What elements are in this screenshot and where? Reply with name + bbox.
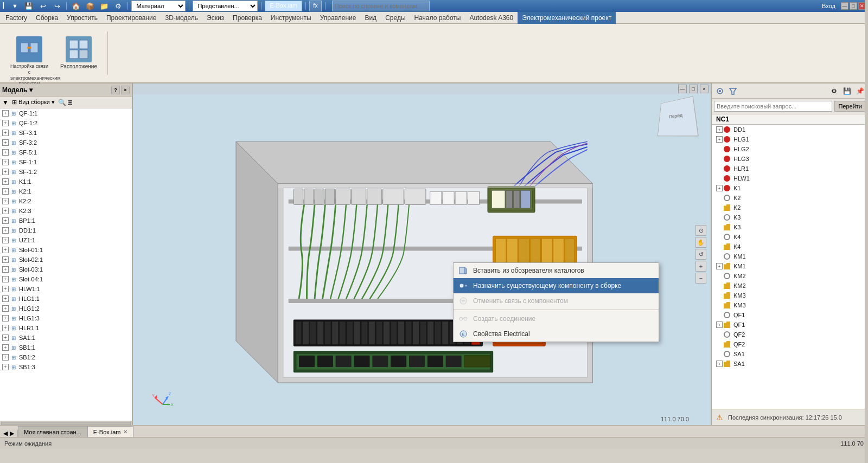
menu-design[interactable]: Проектирование [102,12,161,24]
tree-item-bp1-1[interactable]: + ⊞ BP1:1 [0,216,132,226]
panel-title[interactable]: Модель ▾ [2,86,33,94]
tree-item-sf3-2[interactable]: + ⊞ SF-3:2 [0,138,132,147]
fx-button[interactable]: fx [309,1,322,11]
tree-item-hlg1-1[interactable]: + ⊞ HLG1:1 [0,294,132,304]
rt-item-km1-folder[interactable]: + KM1 [712,261,868,271]
rpt-filter[interactable] [714,85,726,97]
rt-item-k3-folder[interactable]: K3 [712,222,868,232]
viewport[interactable]: — □ × [133,83,711,425]
expand-sb1-1[interactable]: + [2,344,9,351]
tree-item-sb1-1[interactable]: + ⊞ SB1:1 [0,343,132,352]
rpt-settings[interactable]: ⚙ [828,85,840,97]
tree-item-slot01[interactable]: + ⊞ Slot-01:1 [0,245,132,255]
rt-item-km1-circle[interactable]: KM1 [712,252,868,261]
rt-item-k2-folder[interactable]: K2 [712,203,868,213]
tree-item-k2-2[interactable]: + ⊞ K2:2 [0,196,132,206]
rt-item-hlr1[interactable]: HLR1 [712,164,868,173]
expand-sf1-2[interactable]: + [2,169,9,175]
qt-redo[interactable]: ↪ [51,0,63,12]
tree-item-sf5-1[interactable]: + ⊞ SF-5:1 [0,147,132,157]
rt-item-sa1-circle[interactable]: SA1 [712,349,868,359]
tab-prev[interactable]: ◀ [2,430,9,437]
tree-item-hlg1-2[interactable]: + ⊞ HLG1:2 [0,304,132,313]
expand-slot03[interactable]: + [2,266,9,273]
expand-sa1-1[interactable]: + [2,335,9,341]
tree-expand-icon[interactable]: ⊞ [67,99,73,106]
expand-k2-3[interactable]: + [2,208,9,214]
menu-sketch[interactable]: Эскиз [202,12,228,24]
expand-sf3-1[interactable]: + [2,130,9,136]
qt-save[interactable]: 💾 [23,0,35,12]
qt-folder[interactable]: 📁 [98,0,110,12]
tree-item-slot03[interactable]: + ⊞ Slot-03:1 [0,265,132,274]
tree-item-slot04[interactable]: + ⊞ Slot-04:1 [0,274,132,284]
tree-search-icon[interactable]: 🔍 [58,99,66,106]
rt-expand-sa1[interactable]: + [716,361,723,367]
tree-item-sb1-3[interactable]: + ⊞ SB1:3 [0,362,132,372]
rt-item-hlg1[interactable]: + HLG1 [712,134,868,144]
expand-bp1-1[interactable]: + [2,217,9,224]
tree-item-hlw1[interactable]: + ⊞ HLW1:1 [0,284,132,294]
expand-slot02[interactable]: + [2,256,9,263]
tree-item-sf3-1[interactable]: + ⊞ SF-3:1 [0,128,132,138]
qt-home[interactable]: 🏠 [70,0,82,12]
rt-expand-dd1[interactable]: + [716,126,723,133]
rt-item-k4-folder[interactable]: K4 [712,242,868,252]
expand-hlg1-2[interactable]: + [2,305,9,312]
go-button[interactable]: Перейти [834,101,866,112]
tab-home[interactable]: Моя главная стран... [18,426,87,437]
rt-item-qf2-folder[interactable]: QF2 [712,339,868,349]
rt-item-k4-circle[interactable]: K4 [712,232,868,242]
menu-a360[interactable]: Autodesk A360 [465,12,518,24]
rpt-save[interactable]: 💾 [841,85,853,97]
tree-item-sf1-1[interactable]: + ⊞ SF-1:1 [0,157,132,167]
nav-pan[interactable]: ✋ [695,237,706,248]
rt-item-km2-circle[interactable]: KM2 [712,271,868,281]
tree-item-sf1-2[interactable]: + ⊞ SF-1:2 [0,167,132,177]
panel-pin-button[interactable]: × [121,86,130,94]
expand-sf1-1[interactable]: + [2,159,9,165]
rpt-pin[interactable]: 📌 [854,85,866,97]
tree-item-sb1-2[interactable]: + ⊞ SB1:2 [0,352,132,362]
menu-getstarted[interactable]: Начало работы [410,12,465,24]
tree-item-k1-1[interactable]: + ⊞ K1:1 [0,177,132,187]
rt-item-km3a[interactable]: KM3 [712,291,868,300]
tree-item-k2-3[interactable]: + ⊞ K2:3 [0,206,132,216]
tree-item-sa1-1[interactable]: + ⊞ SA1:1 [0,333,132,343]
tab-next[interactable]: ▶ [9,430,15,437]
nav-zoom-fit[interactable]: ⊙ [695,225,706,236]
qt-undo[interactable]: ↩ [37,0,49,12]
tree-item-hlr1-1[interactable]: + ⊞ HLR1:1 [0,323,132,333]
qt-settings[interactable]: ⚙ [112,0,124,12]
tree-item-qf1-2[interactable]: + ⊞ QF-1:2 [0,118,132,128]
material-selector[interactable]: Материал [131,1,186,11]
rt-item-qf1-circle[interactable]: QF1 [712,310,868,320]
expand-hlw1[interactable]: + [2,286,9,292]
tab-ebox[interactable]: E-Box.iam ✕ [87,426,133,437]
tree-filter-icon[interactable]: ▼ [2,99,9,106]
panel-help-button[interactable]: ? [111,86,120,94]
ctx-electrical-props[interactable]: E Свойства Electrical [454,326,659,342]
menu-manage[interactable]: Управление [316,12,361,24]
menu-factory[interactable]: Factory [1,12,31,24]
expand-hlg1-3[interactable]: + [2,315,9,321]
rt-item-k1[interactable]: + K1 [712,183,868,193]
expand-sb1-2[interactable]: + [2,354,9,361]
menu-3d[interactable]: 3D-модель [161,12,202,24]
viewport-maximize[interactable]: □ [689,85,698,93]
nav-rotate[interactable]: ↺ [695,249,706,260]
rt-item-dd1[interactable]: + DD1 [712,125,868,134]
ctx-assign-component[interactable]: Назначить существующему компоненту в сбо… [454,278,659,293]
rt-item-k3-circle[interactable]: K3 [712,213,868,222]
rt-expand-qf1[interactable]: + [716,321,723,328]
expand-k1-1[interactable]: + [2,178,9,185]
expand-qf1-1[interactable]: + [2,110,9,117]
expand-sb1-3[interactable]: + [2,364,9,370]
expand-k2-1[interactable]: + [2,188,9,195]
rt-item-hlw1[interactable]: HLW1 [712,173,868,183]
represent-selector[interactable]: Представлен... [193,1,258,11]
minimize-button[interactable]: — [841,2,848,10]
expand-sf5-1[interactable]: + [2,149,9,156]
menu-simplify[interactable]: Упростить [62,12,102,24]
rt-item-km3b[interactable]: KM3 [712,300,868,310]
